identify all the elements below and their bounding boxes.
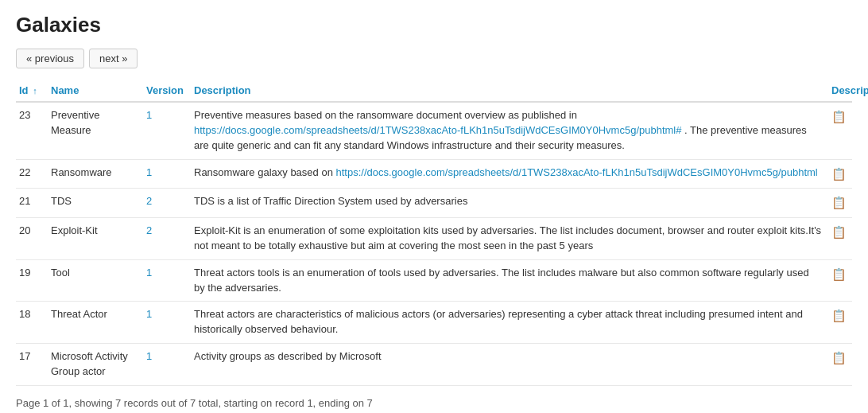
description-link[interactable]: https://docs.google.com/spreadsheets/d/1…	[336, 166, 818, 178]
cell-action-icon[interactable]: 📋	[828, 102, 852, 159]
cell-description: Threat actors are characteristics of mal…	[191, 302, 828, 344]
version-link[interactable]: 1	[146, 267, 152, 279]
cell-id: 18	[16, 302, 48, 344]
version-link[interactable]: 1	[146, 350, 152, 362]
pagination-controls: « previous next »	[16, 49, 852, 68]
col-header-name[interactable]: Name	[48, 80, 143, 102]
cell-description: Preventive measures based on the ransomw…	[191, 102, 828, 159]
sort-arrow-id: ↑	[33, 86, 37, 95]
cell-description: TDS is a list of Traffic Direction Syste…	[191, 189, 828, 218]
table-row: 17Microsoft Activity Group actor1Activit…	[16, 344, 852, 386]
cell-action-icon[interactable]: 📋	[828, 218, 852, 260]
galaxies-table: Id ↑ Name Version Description Descriptio…	[16, 80, 852, 386]
footer-text: Page 1 of 1, showing 7 records out of 7 …	[16, 397, 852, 409]
cell-name: Microsoft Activity Group actor	[48, 344, 143, 386]
cell-id: 23	[16, 102, 48, 159]
cell-version: 1	[143, 344, 191, 386]
cell-name: Threat Actor	[48, 302, 143, 344]
col-header-description[interactable]: Description	[191, 80, 828, 102]
cell-name: Exploit-Kit	[48, 218, 143, 260]
cell-description: Ransomware galaxy based on https://docs.…	[191, 159, 828, 189]
cell-action-icon[interactable]: 📋	[828, 159, 852, 189]
cell-version: 1	[143, 102, 191, 159]
table-body: 23Preventive Measure1Preventive measures…	[16, 102, 852, 385]
table-row: 22Ransomware1Ransomware galaxy based on …	[16, 159, 852, 189]
table-row: 23Preventive Measure1Preventive measures…	[16, 102, 852, 159]
table-header-row: Id ↑ Name Version Description Descriptio…	[16, 80, 852, 102]
col-header-id[interactable]: Id ↑	[16, 80, 48, 102]
table-row: 20Exploit-Kit2Exploit-Kit is an enumerat…	[16, 218, 852, 260]
cell-action-icon[interactable]: 📋	[828, 302, 852, 344]
page-title: Galaxies	[16, 13, 852, 37]
version-link[interactable]: 2	[146, 224, 152, 236]
version-link[interactable]: 2	[146, 195, 152, 207]
cell-version: 1	[143, 302, 191, 344]
col-header-version[interactable]: Version	[143, 80, 191, 102]
col-header-action: Description	[828, 80, 852, 102]
cell-version: 2	[143, 189, 191, 218]
cell-id: 17	[16, 344, 48, 386]
version-link[interactable]: 1	[146, 308, 152, 320]
table-row: 21TDS2TDS is a list of Traffic Direction…	[16, 189, 852, 218]
cell-name: Tool	[48, 259, 143, 302]
description-link[interactable]: https://docs.google.com/spreadsheets/d/1…	[194, 124, 681, 136]
cell-name: Ransomware	[48, 159, 143, 189]
cell-version: 2	[143, 218, 191, 260]
table-row: 18Threat Actor1Threat actors are charact…	[16, 302, 852, 344]
cell-action-icon[interactable]: 📋	[828, 344, 852, 386]
cell-id: 21	[16, 189, 48, 218]
version-link[interactable]: 1	[146, 166, 152, 178]
cell-version: 1	[143, 259, 191, 302]
cell-id: 19	[16, 259, 48, 302]
cell-id: 20	[16, 218, 48, 260]
cell-action-icon[interactable]: 📋	[828, 189, 852, 218]
cell-description: Activity groups as described by Microsof…	[191, 344, 828, 386]
version-link[interactable]: 1	[146, 109, 152, 121]
cell-id: 22	[16, 159, 48, 189]
cell-version: 1	[143, 159, 191, 189]
next-button[interactable]: next »	[89, 49, 138, 68]
cell-name: Preventive Measure	[48, 102, 143, 159]
cell-action-icon[interactable]: 📋	[828, 259, 852, 302]
previous-button[interactable]: « previous	[16, 49, 84, 68]
cell-description: Threat actors tools is an enumeration of…	[191, 259, 828, 302]
cell-name: TDS	[48, 189, 143, 218]
cell-description: Exploit-Kit is an enumeration of some ex…	[191, 218, 828, 260]
table-row: 19Tool1Threat actors tools is an enumera…	[16, 259, 852, 302]
